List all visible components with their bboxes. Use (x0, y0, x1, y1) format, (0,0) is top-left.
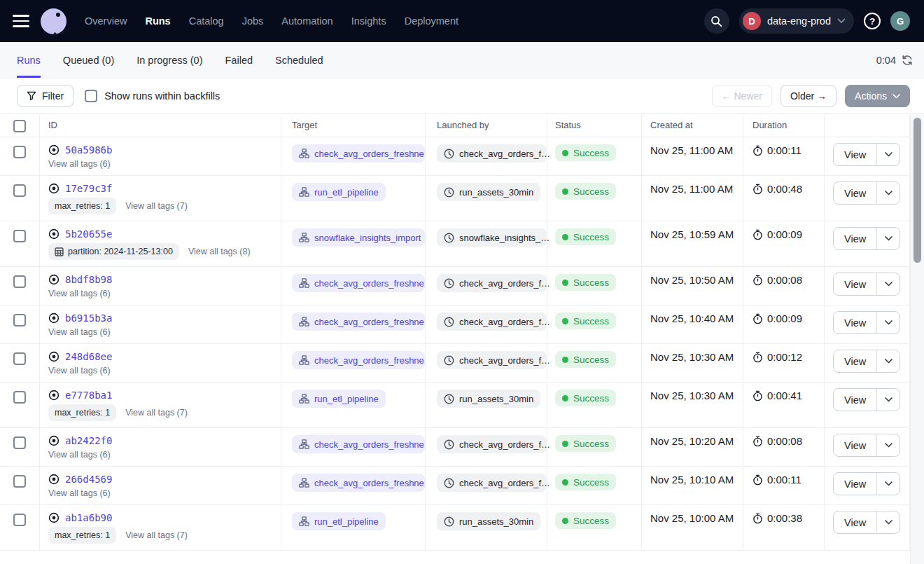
run-tag[interactable]: max_retries: 1 (48, 198, 116, 214)
view-button[interactable]: View (834, 350, 876, 372)
view-button[interactable]: View (834, 228, 876, 249)
row-checkbox[interactable] (13, 146, 26, 158)
view-dropdown-button[interactable] (877, 144, 899, 165)
view-all-tags-link[interactable]: View all tags (7) (125, 530, 188, 540)
view-button[interactable]: View (834, 273, 876, 295)
view-dropdown-button[interactable] (877, 228, 899, 249)
target-pill[interactable]: run_etl_pipeline (292, 183, 386, 201)
view-all-tags-link[interactable]: View all tags (6) (48, 450, 111, 460)
view-all-tags-link[interactable]: View all tags (8) (188, 247, 251, 256)
view-all-tags-link[interactable]: View all tags (7) (125, 201, 188, 211)
newer-button[interactable]: ← Newer (712, 85, 772, 107)
launched-by-pill[interactable]: check_avg_orders_f… (437, 435, 547, 453)
view-dropdown-button[interactable] (877, 434, 899, 456)
refresh-icon[interactable] (902, 55, 913, 66)
nav-item-insights[interactable]: Insights (351, 15, 386, 27)
row-checkbox[interactable] (13, 184, 26, 197)
row-checkbox[interactable] (13, 275, 26, 288)
view-all-tags-link[interactable]: View all tags (6) (48, 366, 111, 376)
view-dropdown-button[interactable] (877, 182, 899, 204)
run-id-link[interactable]: ab2422f0 (65, 435, 112, 446)
view-dropdown-button[interactable] (877, 273, 899, 295)
avatar[interactable]: G (890, 11, 910, 31)
tab-failed[interactable]: Failed (225, 42, 253, 78)
target-pill[interactable]: check_avg_orders_freshne (292, 435, 425, 453)
run-id-link[interactable]: 5b20655e (65, 228, 112, 240)
nav-item-catalog[interactable]: Catalog (189, 15, 224, 27)
launched-by-pill[interactable]: run_assets_30min (437, 183, 540, 201)
view-button[interactable]: View (834, 144, 876, 165)
run-tag[interactable]: partition: 2024-11-25-13:00 (48, 243, 179, 260)
launched-by-pill[interactable]: check_avg_orders_f… (437, 351, 547, 369)
launched-by-pill[interactable]: check_avg_orders_f… (437, 274, 547, 292)
target-pill[interactable]: check_avg_orders_freshne (292, 351, 425, 369)
view-button[interactable]: View (834, 182, 876, 204)
run-id-link[interactable]: 50a5986b (65, 144, 112, 156)
view-dropdown-button[interactable] (877, 312, 899, 333)
view-button[interactable]: View (834, 389, 876, 411)
row-checkbox[interactable] (13, 391, 26, 404)
launched-by-pill[interactable]: check_avg_orders_f… (437, 312, 547, 331)
view-button[interactable]: View (834, 434, 876, 456)
nav-item-overview[interactable]: Overview (85, 15, 127, 27)
run-id-link[interactable]: 8bdf8b98 (65, 274, 112, 285)
row-checkbox[interactable] (13, 514, 26, 526)
help-icon[interactable]: ? (864, 13, 881, 29)
search-button[interactable] (704, 8, 729, 34)
view-dropdown-button[interactable] (877, 389, 899, 411)
row-checkbox[interactable] (13, 475, 26, 488)
hamburger-menu-icon[interactable] (13, 15, 29, 27)
run-id-link[interactable]: 248d68ee (65, 351, 112, 362)
launched-by-pill[interactable]: snowflake_insights_… (437, 228, 547, 247)
target-pill[interactable]: run_etl_pipeline (292, 512, 386, 530)
nav-item-automation[interactable]: Automation (281, 15, 332, 27)
run-id-link[interactable]: b6915b3a (65, 312, 112, 324)
run-tag[interactable]: max_retries: 1 (48, 404, 116, 421)
launched-by-pill[interactable]: check_avg_orders_f… (437, 144, 547, 163)
filter-button[interactable]: Filter (17, 85, 74, 107)
scrollbar-thumb[interactable] (913, 118, 921, 263)
view-dropdown-button[interactable] (877, 511, 899, 533)
nav-item-jobs[interactable]: Jobs (242, 15, 264, 27)
launched-by-pill[interactable]: run_assets_30min (437, 390, 540, 408)
show-backfills-checkbox[interactable] (85, 90, 97, 102)
run-id-link[interactable]: 266d4569 (65, 474, 112, 485)
view-dropdown-button[interactable] (877, 473, 899, 495)
target-pill[interactable]: check_avg_orders_freshne (292, 274, 425, 292)
view-all-tags-link[interactable]: View all tags (6) (48, 488, 111, 498)
dagster-logo[interactable] (41, 8, 66, 34)
view-button[interactable]: View (834, 473, 876, 495)
actions-button[interactable]: Actions (845, 85, 910, 107)
run-id-link[interactable]: 17e79c3f (65, 183, 112, 194)
launched-by-pill[interactable]: run_assets_30min (437, 512, 540, 530)
row-checkbox[interactable] (13, 352, 26, 365)
view-button[interactable]: View (834, 511, 876, 533)
tab-queued[interactable]: Queued (0) (63, 42, 114, 78)
target-pill[interactable]: check_avg_orders_freshne (292, 474, 425, 492)
target-pill[interactable]: snowflake_insights_import (292, 228, 425, 247)
target-pill[interactable]: check_avg_orders_freshne (292, 312, 425, 331)
row-checkbox[interactable] (13, 230, 26, 242)
run-tag[interactable]: max_retries: 1 (48, 527, 116, 544)
view-all-tags-link[interactable]: View all tags (6) (48, 327, 111, 337)
target-pill[interactable]: run_etl_pipeline (292, 390, 386, 408)
nav-item-deployment[interactable]: Deployment (405, 15, 458, 27)
deployment-switcher[interactable]: D data-eng-prod (739, 8, 854, 34)
view-dropdown-button[interactable] (877, 350, 899, 372)
view-button[interactable]: View (834, 312, 876, 333)
target-pill[interactable]: check_avg_orders_freshne (292, 144, 425, 163)
older-button[interactable]: Older → (780, 85, 836, 107)
tab-runs[interactable]: Runs (17, 42, 41, 78)
tab-scheduled[interactable]: Scheduled (275, 42, 323, 78)
row-checkbox[interactable] (13, 436, 26, 449)
run-id-link[interactable]: e7778ba1 (65, 390, 112, 401)
run-id-link[interactable]: ab1a6b90 (65, 512, 112, 523)
row-checkbox[interactable] (13, 314, 26, 326)
view-all-tags-link[interactable]: View all tags (7) (125, 408, 188, 418)
select-all-checkbox[interactable] (13, 120, 26, 132)
nav-item-runs[interactable]: Runs (145, 15, 170, 27)
tab-in-progress[interactable]: In progress (0) (136, 42, 202, 78)
launched-by-pill[interactable]: check_avg_orders_f… (437, 474, 547, 492)
view-all-tags-link[interactable]: View all tags (6) (48, 289, 111, 298)
view-all-tags-link[interactable]: View all tags (6) (48, 159, 111, 169)
